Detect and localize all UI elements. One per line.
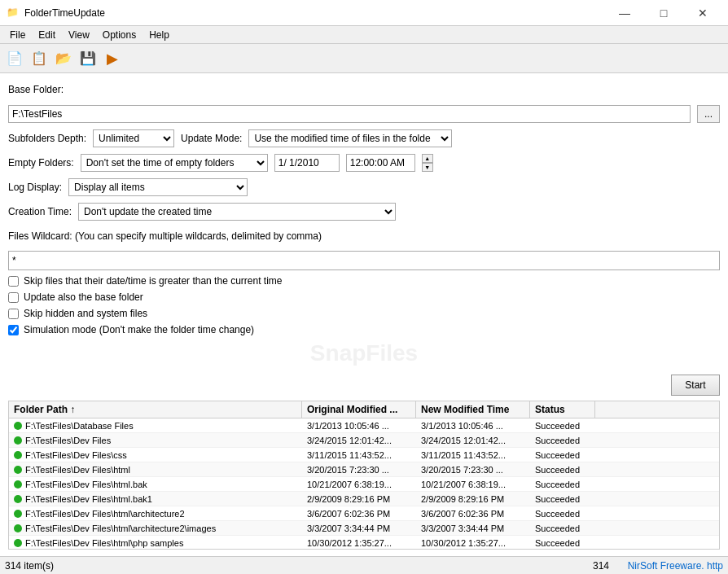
cell-orig: 10/21/2007 6:38:19...: [302, 479, 416, 490]
cb2-checkbox[interactable]: [8, 292, 19, 303]
cell-path: F:\TestFiles\Dev Files\html\php samples: [9, 537, 302, 549]
update-mode-select[interactable]: Use the modified time of files in the fo…: [248, 129, 452, 147]
time-up-btn[interactable]: ▲: [422, 154, 433, 163]
toolbar-save[interactable]: 💾: [77, 47, 99, 70]
close-button[interactable]: ✕: [684, 0, 721, 26]
table-row[interactable]: F:\TestFiles\Dev Files\html 3/20/2015 7:…: [9, 462, 719, 477]
cb3-row: Skip hidden and system files: [8, 308, 720, 319]
base-folder-row: Base Folder:: [8, 80, 720, 99]
cb3-checkbox[interactable]: [8, 309, 19, 319]
cell-new: 10/30/2012 1:35:27...: [416, 537, 530, 549]
wildcard-label-row: Files Wildcard: (You can specify multipl…: [8, 226, 720, 246]
cell-path: F:\TestFiles\Dev Files\html.bak1: [9, 493, 302, 505]
cb4-label: Simulation mode (Don't make the folder t…: [24, 324, 254, 335]
update-mode-label: Update Mode:: [181, 133, 242, 144]
empty-folders-select[interactable]: Don't set the time of empty folders: [81, 154, 268, 172]
log-display-select[interactable]: Display all items: [68, 178, 248, 196]
cell-status: Succeeded: [530, 537, 595, 549]
minimize-button[interactable]: —: [606, 0, 643, 26]
cell-status: Succeeded: [530, 435, 595, 446]
toolbar-run[interactable]: ▶: [101, 47, 124, 70]
table-row[interactable]: F:\TestFiles\Dev Files\html.bak 10/21/20…: [9, 477, 719, 492]
col-orig-header[interactable]: Original Modified ...: [302, 401, 416, 418]
cell-orig: 3/1/2013 10:05:46 ...: [302, 420, 416, 432]
table-row[interactable]: F:\TestFiles\Dev Files\css 3/11/2015 11:…: [9, 448, 719, 462]
cell-orig: 2/9/2009 8:29:16 PM: [302, 493, 416, 505]
cb1-row: Skip files that their date/time is great…: [8, 275, 720, 287]
wildcard-input[interactable]: [8, 251, 720, 270]
cell-path: F:\TestFiles\Dev Files\html\architecture…: [9, 523, 302, 534]
toolbar-open[interactable]: 📂: [52, 47, 75, 70]
toolbar-copy[interactable]: 📋: [28, 47, 50, 70]
start-button[interactable]: Start: [671, 375, 720, 396]
title-bar: 📁 FolderTimeUpdate — □ ✕: [0, 0, 728, 26]
date-input[interactable]: [274, 154, 340, 172]
creation-time-row: Creation Time: Don't update the created …: [8, 202, 720, 221]
subfolders-select[interactable]: Unlimited: [93, 129, 174, 147]
log-display-label: Log Display:: [8, 182, 62, 193]
status-items: 314 item(s): [5, 560, 577, 572]
cell-new: 3/20/2015 7:23:30 ...: [416, 464, 530, 475]
table-row[interactable]: F:\TestFiles\Dev Files\html.bak1 2/9/200…: [9, 492, 719, 506]
base-folder-input[interactable]: [8, 105, 691, 123]
col-status-header[interactable]: Status: [530, 401, 595, 418]
window-title: FolderTimeUpdate: [24, 7, 606, 19]
main-content: Base Folder: ... Subfolders Depth: Unlim…: [0, 73, 728, 556]
cell-orig: 10/30/2012 1:35:27...: [302, 537, 416, 549]
cell-orig: 3/11/2015 11:43:52...: [302, 449, 416, 461]
col-new-header[interactable]: New Modified Time: [416, 401, 530, 418]
creation-time-label: Creation Time:: [8, 206, 72, 217]
window-controls: — □ ✕: [606, 0, 721, 26]
table-row[interactable]: F:\TestFiles\Dev Files\html\architecture…: [9, 521, 719, 536]
table-row[interactable]: F:\TestFiles\Dev Files\html\php samples …: [9, 536, 719, 549]
cb2-label: Update also the base folder: [24, 291, 143, 303]
table-row[interactable]: F:\TestFiles\Dev Files\html\architecture…: [9, 506, 719, 521]
time-input[interactable]: [346, 154, 415, 172]
wildcard-label: Files Wildcard: (You can specify multipl…: [8, 230, 322, 242]
table-row[interactable]: F:\TestFiles\Database Files 3/1/2013 10:…: [9, 418, 719, 433]
wildcard-input-row: [8, 251, 720, 270]
cell-status: Succeeded: [530, 449, 595, 461]
menu-edit[interactable]: Edit: [32, 28, 62, 42]
cell-path: F:\TestFiles\Dev Files\html\architecture…: [9, 508, 302, 519]
creation-time-select[interactable]: Don't update the created time: [78, 203, 396, 221]
table-row[interactable]: F:\TestFiles\Dev Files 3/24/2015 12:01:4…: [9, 433, 719, 448]
app-icon: 📁: [7, 7, 20, 20]
cb1-checkbox[interactable]: [8, 276, 19, 287]
cell-status: Succeeded: [530, 420, 595, 432]
browse-button[interactable]: ...: [697, 105, 720, 123]
menu-file[interactable]: File: [3, 28, 32, 42]
cell-orig: 3/3/2007 3:34:44 PM: [302, 523, 416, 534]
cell-new: 2/9/2009 8:29:16 PM: [416, 493, 530, 505]
menu-bar: File Edit View Options Help: [0, 26, 728, 44]
toolbar-new[interactable]: 📄: [3, 47, 26, 70]
cb4-checkbox[interactable]: [8, 325, 19, 335]
status-count: 314: [577, 560, 625, 572]
maximize-button[interactable]: □: [645, 0, 682, 26]
menu-options[interactable]: Options: [96, 28, 143, 42]
cell-new: 3/3/2007 3:34:44 PM: [416, 523, 530, 534]
toolbar: 📄 📋 📂 💾 ▶: [0, 44, 728, 73]
status-dot: [14, 466, 22, 474]
cell-orig: 3/20/2015 7:23:30 ...: [302, 464, 416, 475]
cell-path: F:\TestFiles\Database Files: [9, 420, 302, 432]
watermark: SnapFiles: [8, 340, 720, 366]
cell-path: F:\TestFiles\Dev Files\html.bak: [9, 479, 302, 490]
menu-view[interactable]: View: [62, 28, 96, 42]
col-path-header[interactable]: Folder Path ↑: [9, 401, 302, 418]
cell-path: F:\TestFiles\Dev Files\html: [9, 464, 302, 475]
cell-new: 3/11/2015 11:43:52...: [416, 449, 530, 461]
cell-new: 10/21/2007 6:38:19...: [416, 479, 530, 490]
cb1-label: Skip files that their date/time is great…: [24, 275, 282, 287]
status-dot: [14, 436, 22, 445]
start-row: Start: [8, 375, 720, 396]
results-header: Folder Path ↑ Original Modified ... New …: [9, 401, 719, 418]
time-down-btn[interactable]: ▼: [422, 163, 433, 172]
cell-new: 3/6/2007 6:02:36 PM: [416, 508, 530, 519]
menu-help[interactable]: Help: [143, 28, 176, 42]
base-folder-label: Base Folder:: [8, 84, 64, 95]
status-dot: [14, 539, 22, 547]
results-area: Folder Path ↑ Original Modified ... New …: [8, 401, 720, 550]
status-brand: NirSoft Freeware. http: [625, 560, 723, 572]
cb2-row: Update also the base folder: [8, 291, 720, 303]
